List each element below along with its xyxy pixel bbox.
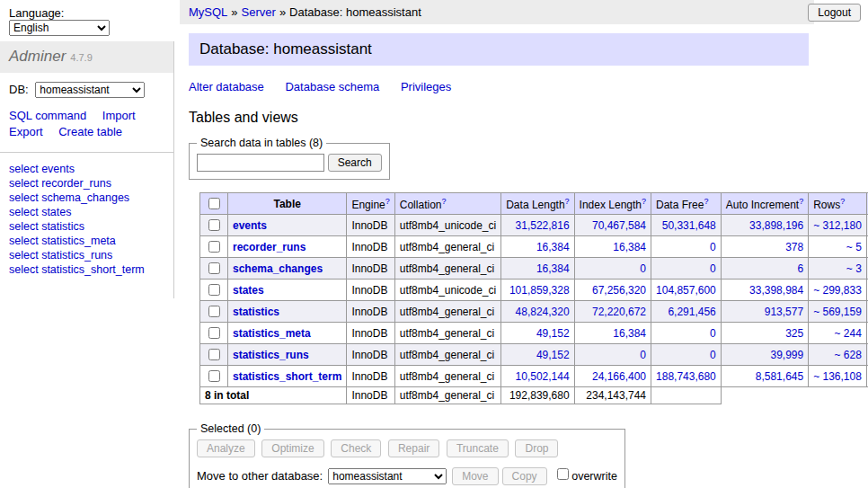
cell-rows[interactable]: ~ 136,108 bbox=[813, 370, 862, 383]
cell-data-length[interactable]: 10,502,144 bbox=[516, 370, 570, 383]
truncate-button[interactable]: Truncate bbox=[447, 439, 509, 457]
copy-button[interactable]: Copy bbox=[502, 467, 547, 485]
alter-database-link[interactable]: Alter database bbox=[189, 80, 264, 93]
cell-auto-increment[interactable]: 6 bbox=[797, 262, 803, 275]
cell-index-length[interactable]: 72,220,672 bbox=[592, 306, 646, 318]
optimize-button[interactable]: Optimize bbox=[261, 439, 323, 457]
sidebar-item-select-states[interactable]: select states bbox=[9, 205, 164, 219]
cell-rows[interactable]: ~ 312,180 bbox=[813, 219, 862, 232]
row-checkbox-statistics-runs[interactable] bbox=[208, 349, 220, 360]
sidebar-link-export[interactable]: Export bbox=[9, 125, 43, 138]
cell-data-free[interactable]: 104,857,600 bbox=[656, 284, 716, 297]
sidebar-item-select-events[interactable]: select events bbox=[9, 162, 164, 176]
cell-auto-increment[interactable]: 33,398,984 bbox=[749, 284, 803, 297]
search-button[interactable]: Search bbox=[328, 154, 382, 172]
help-link[interactable]: ? bbox=[441, 197, 446, 206]
cell-rows[interactable]: ~ 299,833 bbox=[813, 284, 862, 297]
breadcrumb-mysql[interactable]: MySQL bbox=[189, 5, 227, 19]
language-select[interactable]: English bbox=[9, 20, 110, 36]
cell-auto-increment[interactable]: 378 bbox=[785, 241, 803, 253]
cell-rows[interactable]: ~ 628 bbox=[835, 349, 862, 361]
cell-rows[interactable]: ~ 244 bbox=[835, 327, 862, 340]
cell-index-length[interactable]: 70,467,584 bbox=[592, 219, 646, 232]
sidebar-link-sql-command[interactable]: SQL command bbox=[9, 109, 86, 122]
move-database-select[interactable]: homeassistant bbox=[328, 468, 447, 484]
cell-index-length[interactable]: 24,166,400 bbox=[592, 370, 646, 383]
row-checkbox-recorder-runs[interactable] bbox=[208, 241, 220, 253]
cell-data-free[interactable]: 6,291,456 bbox=[668, 306, 715, 318]
select-all-checkbox[interactable] bbox=[208, 198, 220, 209]
cell-data-length[interactable]: 101,859,328 bbox=[509, 284, 570, 297]
row-checkbox-statistics-short-term[interactable] bbox=[208, 370, 220, 382]
cell-index-length[interactable]: 16,384 bbox=[613, 327, 646, 340]
repair-button[interactable]: Repair bbox=[388, 439, 439, 457]
cell-rows[interactable]: ~ 5 bbox=[846, 241, 862, 253]
cell-data-free[interactable]: 0 bbox=[710, 327, 716, 340]
move-button[interactable]: Move bbox=[452, 467, 498, 485]
breadcrumb-server[interactable]: Server bbox=[242, 5, 276, 19]
row-checkbox-events[interactable] bbox=[208, 219, 220, 231]
overwrite-checkbox[interactable] bbox=[557, 468, 569, 480]
cell-index-length[interactable]: 67,256,320 bbox=[592, 284, 646, 297]
cell-index-length[interactable]: 16,384 bbox=[613, 241, 646, 253]
sidebar-item-select-statistics-short-term[interactable]: select statistics_short_term bbox=[9, 262, 164, 277]
cell-data-free[interactable]: 0 bbox=[710, 349, 716, 361]
cell-data-free[interactable]: 50,331,648 bbox=[662, 219, 716, 232]
analyze-button[interactable]: Analyze bbox=[197, 439, 255, 457]
cell-data-length[interactable]: 49,152 bbox=[536, 349, 570, 361]
brand-link[interactable]: Adminer bbox=[9, 48, 66, 65]
help-link[interactable]: ? bbox=[565, 197, 570, 206]
cell-index-length[interactable]: 0 bbox=[640, 262, 646, 275]
cell-rows[interactable]: ~ 3 bbox=[846, 262, 862, 275]
privileges-link[interactable]: Privileges bbox=[401, 80, 451, 93]
help-link[interactable]: ? bbox=[840, 197, 845, 206]
table-link-statistics-meta[interactable]: statistics_meta bbox=[233, 327, 311, 340]
cell-data-free[interactable]: 0 bbox=[710, 262, 716, 275]
sidebar-item-select-statistics-meta[interactable]: select statistics_meta bbox=[9, 234, 164, 248]
table-link-statistics[interactable]: statistics bbox=[233, 306, 279, 318]
drop-button[interactable]: Drop bbox=[515, 439, 558, 457]
help-link[interactable]: ? bbox=[704, 197, 708, 206]
row-checkbox-statistics-meta[interactable] bbox=[208, 327, 220, 339]
table-link-events[interactable]: events bbox=[233, 219, 267, 232]
cell-data-length[interactable]: 49,152 bbox=[536, 327, 570, 340]
logout-button[interactable]: Logout bbox=[808, 4, 861, 22]
db-select[interactable]: homeassistant bbox=[35, 82, 145, 98]
sidebar-item-select-statistics[interactable]: select statistics bbox=[9, 219, 164, 234]
sidebar-link-create-table[interactable]: Create table bbox=[58, 125, 122, 138]
cell-auto-increment[interactable]: 325 bbox=[785, 327, 803, 340]
sidebar-item-select-schema-changes[interactable]: select schema_changes bbox=[9, 191, 164, 205]
row-checkbox-states[interactable] bbox=[208, 284, 220, 296]
cell-engine: InnoDB bbox=[347, 236, 394, 258]
sidebar-link-import[interactable]: Import bbox=[102, 109, 136, 122]
cell-data-length[interactable]: 16,384 bbox=[536, 241, 570, 253]
cell-auto-increment[interactable]: 39,999 bbox=[770, 349, 803, 361]
cell-data-free[interactable]: 188,743,680 bbox=[656, 370, 716, 383]
search-input[interactable] bbox=[197, 154, 324, 172]
sidebar-item-select-recorder-runs[interactable]: select recorder_runs bbox=[9, 176, 164, 191]
table-link-states[interactable]: states bbox=[233, 284, 264, 297]
help-link[interactable]: ? bbox=[799, 197, 803, 206]
table-link-statistics-runs[interactable]: statistics_runs bbox=[233, 349, 309, 361]
cell-data-length[interactable]: 16,384 bbox=[536, 262, 570, 275]
cell-data-free[interactable]: 0 bbox=[710, 241, 716, 253]
table-link-statistics-short-term[interactable]: statistics_short_term bbox=[233, 370, 341, 383]
cell-data-length[interactable]: 31,522,816 bbox=[516, 219, 570, 232]
cell-index-length[interactable]: 0 bbox=[640, 349, 646, 361]
cell-engine: InnoDB bbox=[347, 344, 394, 366]
language-label: Language: bbox=[9, 6, 64, 20]
database-schema-link[interactable]: Database schema bbox=[285, 80, 379, 93]
table-link-recorder-runs[interactable]: recorder_runs bbox=[233, 241, 306, 253]
help-link[interactable]: ? bbox=[642, 197, 646, 206]
cell-auto-increment[interactable]: 8,581,645 bbox=[756, 370, 803, 383]
cell-auto-increment[interactable]: 33,898,196 bbox=[749, 219, 803, 232]
row-checkbox-schema-changes[interactable] bbox=[208, 262, 220, 274]
cell-data-length[interactable]: 48,824,320 bbox=[516, 306, 570, 318]
check-button[interactable]: Check bbox=[331, 439, 381, 457]
cell-rows[interactable]: ~ 569,159 bbox=[813, 306, 862, 318]
help-link[interactable]: ? bbox=[385, 197, 390, 206]
cell-auto-increment[interactable]: 913,577 bbox=[765, 306, 803, 318]
row-checkbox-statistics[interactable] bbox=[208, 306, 220, 317]
table-link-schema-changes[interactable]: schema_changes bbox=[233, 262, 323, 275]
sidebar-item-select-statistics-runs[interactable]: select statistics_runs bbox=[9, 248, 164, 262]
